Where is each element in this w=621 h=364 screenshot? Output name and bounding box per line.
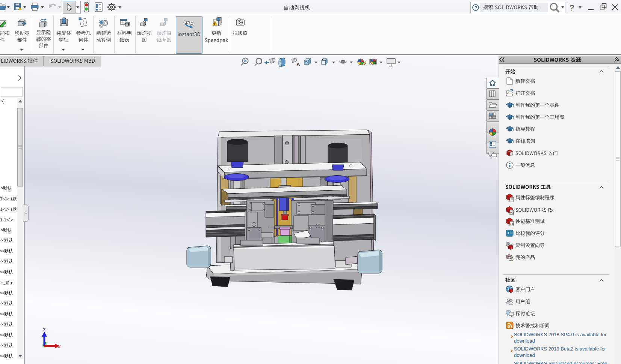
- svg-text:SW: SW: [508, 150, 511, 153]
- svg-text:Z: Z: [43, 327, 46, 332]
- svg-text:Rx: Rx: [510, 222, 514, 226]
- svg-text:?: ?: [570, 3, 574, 12]
- svg-text:!: !: [214, 22, 215, 26]
- svg-text:X: X: [57, 344, 61, 349]
- svg-text:Rx: Rx: [510, 211, 514, 214]
- svg-text:A: A: [296, 62, 300, 67]
- svg-text:?: ?: [474, 5, 477, 11]
